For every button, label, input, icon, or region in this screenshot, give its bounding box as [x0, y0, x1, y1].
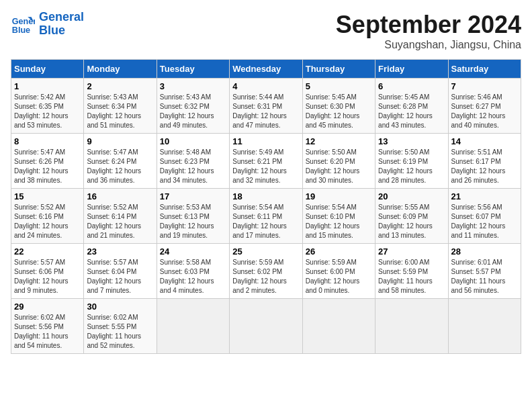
location-title: Suyangshan, Jiangsu, China: [336, 39, 521, 51]
day-detail: Sunrise: 5:56 AM Sunset: 6:07 PM Dayligh…: [451, 203, 518, 240]
day-number: 13: [378, 136, 445, 146]
day-detail: Sunrise: 5:50 AM Sunset: 6:19 PM Dayligh…: [378, 148, 445, 185]
day-detail: Sunrise: 5:55 AM Sunset: 6:09 PM Dayligh…: [378, 203, 445, 240]
day-number: 29: [14, 302, 81, 312]
calendar-week-2: 8Sunrise: 5:47 AM Sunset: 6:26 PM Daylig…: [11, 134, 521, 189]
calendar-week-5: 29Sunrise: 6:02 AM Sunset: 5:56 PM Dayli…: [11, 299, 521, 354]
day-number: 6: [378, 81, 445, 91]
calendar-cell: 2Sunrise: 5:43 AM Sunset: 6:34 PM Daylig…: [84, 79, 157, 134]
day-detail: Sunrise: 5:59 AM Sunset: 6:02 PM Dayligh…: [232, 258, 299, 295]
day-number: 25: [232, 246, 299, 257]
day-number: 7: [451, 81, 518, 91]
calendar-cell: 1Sunrise: 5:42 AM Sunset: 6:35 PM Daylig…: [11, 79, 84, 134]
day-number: 4: [232, 81, 299, 91]
day-number: 17: [160, 191, 226, 201]
calendar-cell: [375, 299, 448, 354]
calendar-cell: 15Sunrise: 5:52 AM Sunset: 6:16 PM Dayli…: [11, 189, 84, 244]
calendar-cell: 28Sunrise: 6:01 AM Sunset: 5:57 PM Dayli…: [448, 244, 521, 299]
calendar-cell: 4Sunrise: 5:44 AM Sunset: 6:31 PM Daylig…: [230, 79, 302, 134]
calendar-cell: 5Sunrise: 5:45 AM Sunset: 6:30 PM Daylig…: [302, 79, 375, 134]
day-number: 9: [87, 136, 153, 146]
calendar-cell: 26Sunrise: 5:59 AM Sunset: 6:00 PM Dayli…: [302, 244, 375, 299]
calendar-cell: [230, 299, 302, 354]
day-detail: Sunrise: 5:58 AM Sunset: 6:03 PM Dayligh…: [160, 258, 226, 295]
calendar-cell: [448, 299, 521, 354]
day-detail: Sunrise: 5:57 AM Sunset: 6:04 PM Dayligh…: [87, 258, 153, 295]
day-number: 15: [14, 191, 81, 201]
calendar-cell: 9Sunrise: 5:47 AM Sunset: 6:24 PM Daylig…: [84, 134, 157, 189]
day-number: 26: [306, 246, 372, 257]
calendar-cell: 7Sunrise: 5:46 AM Sunset: 6:27 PM Daylig…: [448, 79, 521, 134]
day-detail: Sunrise: 5:49 AM Sunset: 6:21 PM Dayligh…: [232, 148, 299, 185]
day-number: 16: [87, 191, 153, 201]
day-number: 10: [160, 136, 226, 146]
calendar-cell: 24Sunrise: 5:58 AM Sunset: 6:03 PM Dayli…: [157, 244, 229, 299]
calendar-cell: 25Sunrise: 5:59 AM Sunset: 6:02 PM Dayli…: [230, 244, 302, 299]
calendar-cell: 8Sunrise: 5:47 AM Sunset: 6:26 PM Daylig…: [11, 134, 84, 189]
day-number: 18: [232, 191, 299, 201]
calendar-cell: 6Sunrise: 5:45 AM Sunset: 6:28 PM Daylig…: [375, 79, 448, 134]
day-detail: Sunrise: 5:42 AM Sunset: 6:35 PM Dayligh…: [14, 93, 81, 130]
calendar-cell: 29Sunrise: 6:02 AM Sunset: 5:56 PM Dayli…: [11, 299, 84, 354]
calendar-week-4: 22Sunrise: 5:57 AM Sunset: 6:06 PM Dayli…: [11, 244, 521, 299]
calendar-cell: 16Sunrise: 5:52 AM Sunset: 6:14 PM Dayli…: [84, 189, 157, 244]
calendar-cell: 21Sunrise: 5:56 AM Sunset: 6:07 PM Dayli…: [448, 189, 521, 244]
day-number: 11: [232, 136, 299, 146]
day-detail: Sunrise: 6:01 AM Sunset: 5:57 PM Dayligh…: [451, 258, 518, 295]
day-number: 23: [87, 246, 153, 257]
day-detail: Sunrise: 5:45 AM Sunset: 6:30 PM Dayligh…: [306, 93, 372, 130]
day-number: 30: [87, 302, 153, 312]
calendar-cell: 27Sunrise: 6:00 AM Sunset: 5:59 PM Dayli…: [375, 244, 448, 299]
day-detail: Sunrise: 5:59 AM Sunset: 6:00 PM Dayligh…: [306, 258, 372, 295]
day-number: 22: [14, 246, 81, 257]
logo-general: General: [39, 11, 84, 24]
day-number: 28: [451, 246, 518, 257]
logo: General Blue General Blue: [11, 11, 84, 38]
calendar-cell: 22Sunrise: 5:57 AM Sunset: 6:06 PM Dayli…: [11, 244, 84, 299]
weekday-header-saturday: Saturday: [448, 60, 521, 79]
calendar-cell: 19Sunrise: 5:54 AM Sunset: 6:10 PM Dayli…: [302, 189, 375, 244]
calendar-cell: 17Sunrise: 5:53 AM Sunset: 6:13 PM Dayli…: [157, 189, 229, 244]
day-number: 8: [14, 136, 81, 146]
calendar-cell: 23Sunrise: 5:57 AM Sunset: 6:04 PM Dayli…: [84, 244, 157, 299]
day-number: 3: [160, 81, 226, 91]
calendar-week-3: 15Sunrise: 5:52 AM Sunset: 6:16 PM Dayli…: [11, 189, 521, 244]
day-number: 1: [14, 81, 81, 91]
calendar-cell: [157, 299, 229, 354]
day-number: 19: [306, 191, 372, 201]
calendar-table: SundayMondayTuesdayWednesdayThursdayFrid…: [11, 59, 521, 354]
day-detail: Sunrise: 5:46 AM Sunset: 6:27 PM Dayligh…: [451, 93, 518, 130]
calendar-cell: 20Sunrise: 5:55 AM Sunset: 6:09 PM Dayli…: [375, 189, 448, 244]
day-detail: Sunrise: 5:51 AM Sunset: 6:17 PM Dayligh…: [451, 148, 518, 185]
calendar-cell: 30Sunrise: 6:02 AM Sunset: 5:55 PM Dayli…: [84, 299, 157, 354]
day-detail: Sunrise: 5:57 AM Sunset: 6:06 PM Dayligh…: [14, 258, 81, 295]
calendar-cell: 12Sunrise: 5:50 AM Sunset: 6:20 PM Dayli…: [302, 134, 375, 189]
title-area: September 2024 Suyangshan, Jiangsu, Chin…: [336, 11, 521, 51]
day-detail: Sunrise: 5:45 AM Sunset: 6:28 PM Dayligh…: [378, 93, 445, 130]
day-detail: Sunrise: 5:48 AM Sunset: 6:23 PM Dayligh…: [160, 148, 226, 185]
weekday-header-row: SundayMondayTuesdayWednesdayThursdayFrid…: [11, 60, 521, 79]
logo-icon: General Blue: [11, 12, 35, 36]
day-number: 20: [378, 191, 445, 201]
weekday-header-monday: Monday: [84, 60, 157, 79]
calendar-cell: [302, 299, 375, 354]
day-detail: Sunrise: 5:52 AM Sunset: 6:14 PM Dayligh…: [87, 203, 153, 240]
svg-text:Blue: Blue: [12, 25, 30, 34]
weekday-header-tuesday: Tuesday: [157, 60, 229, 79]
day-number: 12: [306, 136, 372, 146]
header: General Blue General Blue September 2024…: [11, 11, 521, 51]
day-detail: Sunrise: 5:43 AM Sunset: 6:34 PM Dayligh…: [87, 93, 153, 130]
day-detail: Sunrise: 5:47 AM Sunset: 6:26 PM Dayligh…: [14, 148, 81, 185]
day-detail: Sunrise: 5:53 AM Sunset: 6:13 PM Dayligh…: [160, 203, 226, 240]
calendar-cell: 11Sunrise: 5:49 AM Sunset: 6:21 PM Dayli…: [230, 134, 302, 189]
day-detail: Sunrise: 5:54 AM Sunset: 6:10 PM Dayligh…: [306, 203, 372, 240]
day-number: 14: [451, 136, 518, 146]
day-detail: Sunrise: 6:02 AM Sunset: 5:56 PM Dayligh…: [14, 313, 81, 351]
weekday-header-wednesday: Wednesday: [230, 60, 302, 79]
day-detail: Sunrise: 6:02 AM Sunset: 5:55 PM Dayligh…: [87, 313, 153, 351]
weekday-header-thursday: Thursday: [302, 60, 375, 79]
day-detail: Sunrise: 5:47 AM Sunset: 6:24 PM Dayligh…: [87, 148, 153, 185]
day-detail: Sunrise: 5:50 AM Sunset: 6:20 PM Dayligh…: [306, 148, 372, 185]
month-title: September 2024: [336, 11, 521, 39]
day-detail: Sunrise: 5:54 AM Sunset: 6:11 PM Dayligh…: [232, 203, 299, 240]
